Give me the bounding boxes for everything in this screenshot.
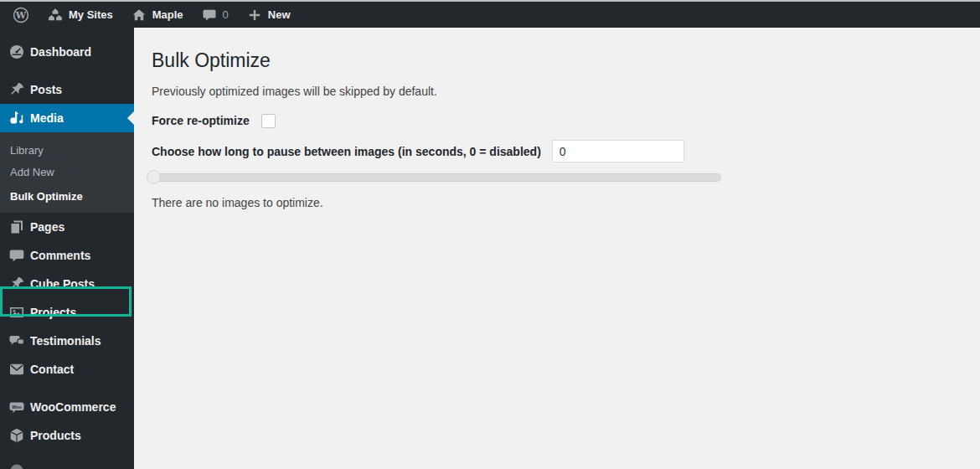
submenu-item-add-new[interactable]: Add New [0, 161, 134, 183]
comment-icon [202, 8, 217, 23]
media-submenu: Library Add New Bulk Optimize [0, 132, 134, 213]
progress-handle [147, 170, 161, 184]
plus-icon [247, 8, 262, 23]
sidebar-item-partial[interactable] [0, 456, 134, 469]
comment-icon [8, 247, 25, 264]
site-name-button[interactable]: Maple [122, 2, 193, 28]
sidebar-item-label: Posts [30, 83, 62, 96]
partial-menu-icon [8, 462, 25, 469]
sidebar-item-media[interactable]: Media [0, 104, 134, 132]
package-box-icon [8, 427, 25, 444]
site-name: Maple [152, 8, 183, 21]
my-sites-button[interactable]: My Sites [39, 2, 122, 28]
svg-text:W: W [15, 10, 27, 21]
sidebar-item-label: Testimonials [30, 334, 101, 348]
comments-shortcut[interactable]: 0 [193, 2, 238, 28]
sidebar-item-pages[interactable]: Pages [0, 213, 134, 241]
description-text: Previously optimized images will be skip… [152, 85, 963, 99]
status-message: There are no images to optimize. [152, 196, 963, 209]
svg-text:Woo: Woo [12, 405, 22, 410]
pause-seconds-input[interactable] [552, 140, 684, 162]
submenu-item-label: Add New [10, 166, 54, 178]
sidebar-item-products[interactable]: Products [0, 421, 134, 450]
force-reoptimize-label: Force re-optimize [152, 114, 250, 127]
pushpin-icon [8, 276, 25, 292]
sidebar-item-label: Media [30, 111, 64, 125]
submenu-item-label: Library [10, 144, 44, 157]
sidebar-item-projects[interactable]: Projects [0, 298, 134, 327]
sidebar-item-dashboard[interactable]: Dashboard [0, 38, 134, 66]
force-reoptimize-row: Force re-optimize [152, 113, 963, 128]
new-label: New [268, 8, 291, 21]
sidebar-item-label: Dashboard [30, 45, 91, 59]
admin-sidebar: Dashboard Posts Media Library Add New Bu… [0, 28, 134, 469]
sidebar-item-posts[interactable]: Posts [0, 75, 134, 104]
main-content: Bulk Optimize Previously optimized image… [134, 28, 980, 469]
woo-badge-icon: Woo [8, 399, 25, 415]
force-reoptimize-checkbox[interactable] [261, 114, 276, 128]
media-notes-icon [8, 110, 25, 126]
menu-separator [0, 66, 134, 75]
home-icon [132, 8, 147, 23]
sidebar-item-cube-posts[interactable]: Cube Posts [0, 270, 134, 298]
my-sites-icon [48, 8, 63, 23]
sidebar-item-woocommerce[interactable]: Woo WooCommerce [0, 393, 134, 421]
chat-bubbles-icon [8, 332, 25, 349]
my-sites-label: My Sites [69, 8, 113, 21]
envelope-icon [8, 361, 25, 378]
admin-bar: W My Sites Maple 0 New [0, 2, 980, 28]
submenu-item-bulk-optimize[interactable]: Bulk Optimize [0, 183, 134, 210]
sidebar-item-label: WooCommerce [30, 400, 116, 414]
wordpress-menu-button[interactable]: W [3, 2, 39, 28]
dashboard-gauge-icon [8, 44, 25, 60]
pause-label: Choose how long to pause between images … [152, 145, 541, 158]
sidebar-item-label: Cube Posts [30, 277, 95, 291]
sidebar-item-label: Comments [30, 249, 90, 262]
bulk-progress-bar [147, 173, 721, 182]
pause-row: Choose how long to pause between images … [152, 140, 963, 162]
sidebar-item-comments[interactable]: Comments [0, 241, 134, 270]
image-icon [8, 304, 25, 321]
sidebar-item-label: Products [30, 429, 81, 442]
submenu-item-library[interactable]: Library [0, 139, 134, 161]
menu-separator [0, 384, 134, 393]
sidebar-item-label: Projects [30, 306, 76, 319]
sidebar-item-label: Contact [30, 363, 74, 376]
comment-count: 0 [223, 8, 229, 21]
sidebar-item-testimonials[interactable]: Testimonials [0, 327, 134, 355]
submenu-item-label: Bulk Optimize [10, 190, 83, 203]
wordpress-logo-icon: W [13, 7, 29, 23]
sidebar-item-contact[interactable]: Contact [0, 355, 134, 384]
sidebar-item-label: Pages [30, 220, 64, 234]
page-title: Bulk Optimize [152, 49, 963, 73]
new-content-button[interactable]: New [238, 2, 300, 28]
pushpin-icon [8, 81, 25, 98]
pages-icon [8, 219, 25, 235]
